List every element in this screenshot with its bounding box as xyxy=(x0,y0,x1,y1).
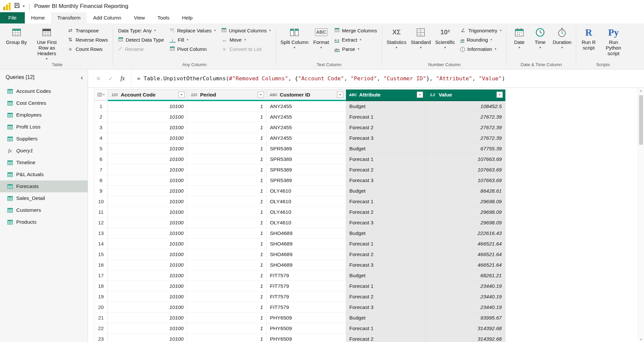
cell-value[interactable]: 29698.09 xyxy=(426,217,505,228)
query-item-cost-centres[interactable]: Cost Centres xyxy=(0,97,88,109)
cell-account-code[interactable]: 10100 xyxy=(108,186,187,196)
cell-attribute[interactable]: Forecast 1 xyxy=(346,281,426,291)
cell-period[interactable]: 1 xyxy=(187,302,267,313)
row-number[interactable]: 14 xyxy=(94,239,108,249)
row-number[interactable]: 21 xyxy=(94,313,108,323)
ribbon-button-use-first-row-as-headers[interactable]: Use First Row as Headers▾ xyxy=(29,25,64,60)
cell-account-code[interactable]: 10100 xyxy=(108,112,187,122)
cell-value[interactable]: 466521.64 xyxy=(426,249,505,260)
cell-account-code[interactable]: 10100 xyxy=(108,154,187,165)
cell-value[interactable]: 23440.19 xyxy=(426,281,505,291)
cell-account-code[interactable]: 10100 xyxy=(108,270,187,281)
query-item-sales-detail[interactable]: Sales_Detail xyxy=(0,192,88,204)
cell-value[interactable]: 222616.43 xyxy=(426,228,505,239)
cell-attribute[interactable]: Forecast 3 xyxy=(346,175,426,186)
row-number[interactable]: 8 xyxy=(94,175,108,186)
cell-customer-id[interactable]: SHO4689 xyxy=(267,249,346,260)
cell-attribute[interactable]: Forecast 1 xyxy=(346,323,426,334)
menu-tab-add-column[interactable]: Add Column xyxy=(87,12,127,23)
cell-account-code[interactable]: 10100 xyxy=(108,217,187,228)
column-header-customer-id[interactable]: ABCCustomer ID▼ xyxy=(267,89,346,101)
ribbon-button-detect-data-type[interactable]: Detect Data Type xyxy=(116,35,166,44)
cell-period[interactable]: 1 xyxy=(187,323,267,334)
cell-attribute[interactable]: Forecast 1 xyxy=(346,112,426,122)
cell-attribute[interactable]: Budget xyxy=(346,186,426,196)
cell-customer-id[interactable]: FIT7579 xyxy=(267,291,346,302)
column-header-period[interactable]: 123Period▼ xyxy=(187,89,267,101)
ribbon-button-information[interactable]: iInformation▾ xyxy=(458,45,504,53)
cell-account-code[interactable]: 10100 xyxy=(108,175,187,186)
ribbon-button-transpose[interactable]: ⇄Transpose xyxy=(65,26,110,35)
cell-account-code[interactable]: 10100 xyxy=(108,143,187,154)
cell-account-code[interactable]: 10100 xyxy=(108,239,187,249)
cell-account-code[interactable]: 10100 xyxy=(108,291,187,302)
cell-customer-id[interactable]: FIT7579 xyxy=(267,281,346,291)
ribbon-button-count-rows[interactable]: ≡Count Rows xyxy=(65,45,110,53)
ribbon-button-unpivot-columns[interactable]: Unpivot Columns▾ xyxy=(219,26,273,35)
filter-dropdown-button[interactable]: ▼ xyxy=(337,92,343,98)
cell-value[interactable]: 23440.19 xyxy=(426,291,505,302)
column-header-value[interactable]: 1.2Value▼ xyxy=(426,89,505,101)
cell-value[interactable]: 23440.19 xyxy=(426,302,505,313)
row-number[interactable]: 23 xyxy=(94,334,108,342)
cell-customer-id[interactable]: SPR5389 xyxy=(267,143,346,154)
cell-value[interactable]: 466521.64 xyxy=(426,239,505,249)
cell-attribute[interactable]: Forecast 1 xyxy=(346,239,426,249)
cell-period[interactable]: 1 xyxy=(187,260,267,270)
row-number[interactable]: 20 xyxy=(94,302,108,313)
ribbon-button-trigonometry[interactable]: ∠Trigonometry▾ xyxy=(458,26,504,35)
row-number[interactable]: 17 xyxy=(94,270,108,281)
ribbon-button-time[interactable]: Time▾ xyxy=(530,25,550,49)
cell-attribute[interactable]: Forecast 2 xyxy=(346,334,426,342)
query-item-customers[interactable]: Customers xyxy=(0,204,88,216)
row-number[interactable]: 13 xyxy=(94,228,108,239)
cell-value[interactable]: 107663.69 xyxy=(426,165,505,175)
filter-dropdown-button[interactable]: ▼ xyxy=(258,92,264,98)
row-number[interactable]: 10 xyxy=(94,196,108,207)
cell-value[interactable]: 68261.21 xyxy=(426,270,505,281)
row-number[interactable]: 16 xyxy=(94,260,108,270)
cell-customer-id[interactable]: FIT7579 xyxy=(267,302,346,313)
scroll-up-icon[interactable]: ▲ xyxy=(638,88,644,93)
cancel-formula-icon[interactable]: ✕ xyxy=(96,75,101,82)
cell-value[interactable]: 314392.68 xyxy=(426,334,505,342)
ribbon-button-standard[interactable]: +−×÷Standard▾ xyxy=(409,25,433,49)
cell-value[interactable]: 27672.39 xyxy=(426,112,505,122)
ribbon-button-format[interactable]: ABCFormat▾ xyxy=(311,25,331,49)
cell-customer-id[interactable]: SHO4689 xyxy=(267,239,346,249)
ribbon-button-extract[interactable]: A:1Extract▾ xyxy=(332,35,379,44)
cell-attribute[interactable]: Forecast 1 xyxy=(346,196,426,207)
cell-period[interactable]: 1 xyxy=(187,239,267,249)
cell-account-code[interactable]: 10100 xyxy=(108,196,187,207)
query-item-profit-loss[interactable]: Profit Loss xyxy=(0,121,88,133)
cell-attribute[interactable]: Forecast 3 xyxy=(346,217,426,228)
ribbon-button-convert-to-list[interactable]: ≡Convert to List xyxy=(219,45,273,53)
menu-tab-tools[interactable]: Tools xyxy=(151,12,176,23)
menu-tab-transform[interactable]: Transform xyxy=(51,12,87,23)
row-number[interactable]: 9 xyxy=(94,186,108,196)
cell-customer-id[interactable]: ANY2455 xyxy=(267,133,346,143)
cell-period[interactable]: 1 xyxy=(187,175,267,186)
cell-period[interactable]: 1 xyxy=(187,217,267,228)
cell-account-code[interactable]: 10100 xyxy=(108,207,187,217)
cell-period[interactable]: 1 xyxy=(187,165,267,175)
column-header-account-code[interactable]: 123Account Code▼ xyxy=(108,89,187,101)
filter-dropdown-button[interactable]: ▼ xyxy=(496,92,503,98)
cell-period[interactable]: 1 xyxy=(187,228,267,239)
cell-customer-id[interactable]: ANY2455 xyxy=(267,122,346,133)
ribbon-button-duration[interactable]: Duration▾ xyxy=(551,25,573,49)
cell-customer-id[interactable]: SHO4689 xyxy=(267,228,346,239)
cell-customer-id[interactable]: ANY2455 xyxy=(267,101,346,112)
cell-period[interactable]: 1 xyxy=(187,154,267,165)
filter-dropdown-button[interactable]: ▼ xyxy=(417,92,423,98)
cell-customer-id[interactable]: PHY6509 xyxy=(267,334,346,342)
cell-value[interactable]: 29698.09 xyxy=(426,196,505,207)
cell-customer-id[interactable]: ANY2455 xyxy=(267,112,346,122)
file-menu-button[interactable]: File xyxy=(0,12,25,23)
cell-attribute[interactable]: Forecast 3 xyxy=(346,302,426,313)
row-number[interactable]: 18 xyxy=(94,281,108,291)
cell-period[interactable]: 1 xyxy=(187,291,267,302)
cell-attribute[interactable]: Forecast 2 xyxy=(346,165,426,175)
cell-customer-id[interactable]: SPR5389 xyxy=(267,175,346,186)
row-number[interactable]: 7 xyxy=(94,165,108,175)
